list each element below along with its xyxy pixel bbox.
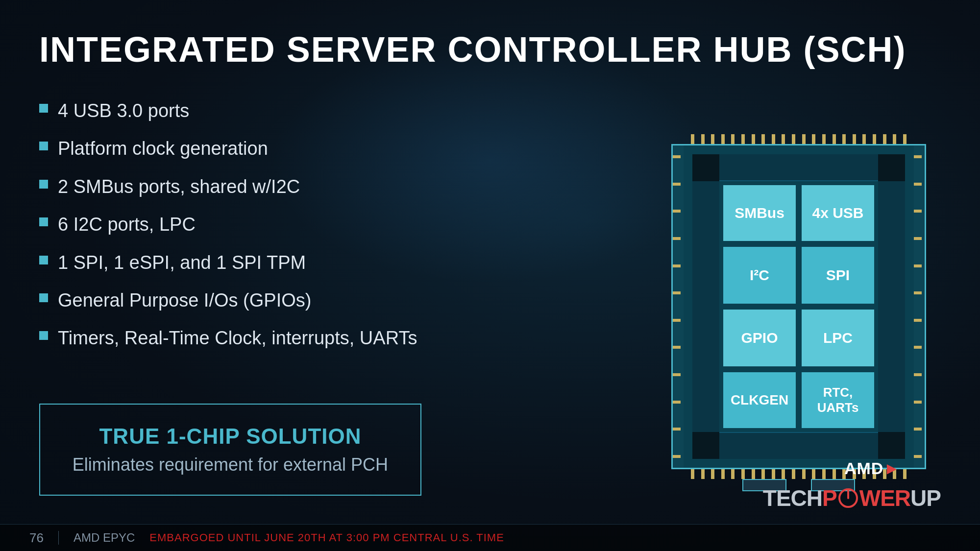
pin: [802, 134, 806, 144]
pin: [691, 134, 694, 144]
pin: [711, 469, 714, 479]
footer-page-number: 76: [29, 530, 44, 546]
list-item: Platform clock generation: [39, 137, 617, 161]
pin: [782, 134, 785, 144]
chip-module-spi: SPI: [802, 247, 874, 304]
pin: [731, 469, 735, 479]
callout-title: TRUE 1-CHIP SOLUTION: [70, 424, 391, 449]
pin: [914, 183, 922, 186]
bullet-icon: [39, 180, 48, 189]
pin: [893, 134, 896, 144]
amd-text: AMD: [844, 459, 883, 478]
pin: [792, 469, 795, 479]
bullet-text: Platform clock generation: [58, 137, 268, 161]
bullet-icon: [39, 104, 48, 113]
pin: [761, 469, 765, 479]
pin: [741, 469, 745, 479]
pin: [914, 155, 922, 158]
tpu-wer: WER: [859, 487, 910, 509]
pin: [812, 134, 815, 144]
left-panel: 4 USB 3.0 ports Platform clock generatio…: [39, 99, 617, 527]
pin: [914, 291, 922, 294]
pin: [711, 134, 714, 144]
pin: [914, 401, 922, 404]
pin: [673, 346, 681, 349]
list-item: General Purpose I/Os (GPIOs): [39, 288, 617, 312]
pin: [914, 373, 922, 376]
footer-divider: [58, 531, 59, 545]
pin: [822, 469, 826, 479]
power-icon: [837, 487, 859, 509]
pin: [782, 469, 785, 479]
bullet-text: 4 USB 3.0 ports: [58, 99, 189, 123]
pin: [761, 134, 765, 144]
chip-module-i2c: I²C: [723, 247, 796, 304]
list-item: 4 USB 3.0 ports: [39, 99, 617, 123]
pin: [673, 455, 681, 458]
pin: [731, 134, 735, 144]
pin: [701, 134, 705, 144]
chip-module-clkgen: CLKGEN: [723, 372, 796, 428]
pin: [673, 428, 681, 431]
bullet-icon: [39, 331, 48, 340]
chip-content: SMBus 4x USB I²C SPI GPIO: [684, 145, 914, 468]
chip-module-gpio: GPIO: [723, 310, 796, 366]
list-item: 1 SPI, 1 eSPI, and 1 SPI TPM: [39, 251, 617, 275]
bullet-text: 2 SMBus ports, shared w/I2C: [58, 175, 300, 199]
pin: [741, 134, 745, 144]
tpu-tech: TECH: [763, 487, 822, 509]
tpu-text-row: TECH P WER UP: [763, 487, 941, 509]
content-area: 4 USB 3.0 ports Platform clock generatio…: [39, 99, 941, 527]
pin: [862, 134, 866, 144]
pin: [822, 134, 826, 144]
pin: [673, 155, 681, 158]
amd-arrow: ►: [883, 459, 901, 478]
corner-tl: [692, 154, 719, 181]
bullet-text: General Purpose I/Os (GPIOs): [58, 288, 311, 312]
pin: [833, 469, 836, 479]
footer-embargo: EMBARGOED UNTIL JUNE 20TH AT 3:00 PM CEN…: [149, 531, 504, 544]
pin: [914, 455, 922, 458]
chip-module-lpc: LPC: [802, 310, 874, 366]
pin: [752, 134, 755, 144]
bullet-text: 6 I2C ports, LPC: [58, 213, 196, 237]
bullet-icon: [39, 293, 48, 302]
pin: [903, 134, 906, 144]
left-side-pins: [673, 145, 684, 468]
bullet-text: Timers, Real-Time Clock, interrupts, UAR…: [58, 326, 417, 350]
pin: [673, 291, 681, 294]
callout-subtitle: Eliminates requirement for external PCH: [70, 455, 391, 475]
bullet-icon: [39, 142, 48, 150]
pin: [914, 210, 922, 213]
pin: [721, 469, 725, 479]
chip-body-inner: SMBus 4x USB I²C SPI GPIO: [673, 145, 925, 468]
pin: [914, 346, 922, 349]
pin: [752, 469, 755, 479]
pin: [873, 134, 876, 144]
list-item: Timers, Real-Time Clock, interrupts, UAR…: [39, 326, 617, 350]
pin: [792, 134, 795, 144]
tpu-logo: TECH P WER UP AMD►: [763, 487, 941, 512]
pin: [673, 264, 681, 267]
footer-brand: AMD EPYC: [74, 531, 135, 545]
pin: [833, 134, 836, 144]
footer: 76 AMD EPYC EMBARGOED UNTIL JUNE 20TH AT…: [0, 524, 980, 551]
top-pins: [671, 134, 926, 144]
slide-title: INTEGRATED SERVER CONTROLLER HUB (SCH): [39, 29, 941, 70]
bullet-icon: [39, 256, 48, 264]
bullet-text: 1 SPI, 1 eSPI, and 1 SPI TPM: [58, 251, 306, 275]
chip-module-rtc: RTC, UARTs: [802, 372, 874, 428]
pin: [914, 237, 922, 240]
pin: [802, 469, 806, 479]
pin: [673, 373, 681, 376]
pin: [772, 134, 775, 144]
pin: [673, 401, 681, 404]
pin: [721, 134, 725, 144]
pin: [701, 469, 705, 479]
pin: [853, 134, 856, 144]
pin: [914, 319, 922, 322]
pin: [691, 469, 694, 479]
bullet-list: 4 USB 3.0 ports Platform clock generatio…: [39, 99, 617, 364]
pin: [673, 183, 681, 186]
right-side-pins: [914, 145, 925, 468]
